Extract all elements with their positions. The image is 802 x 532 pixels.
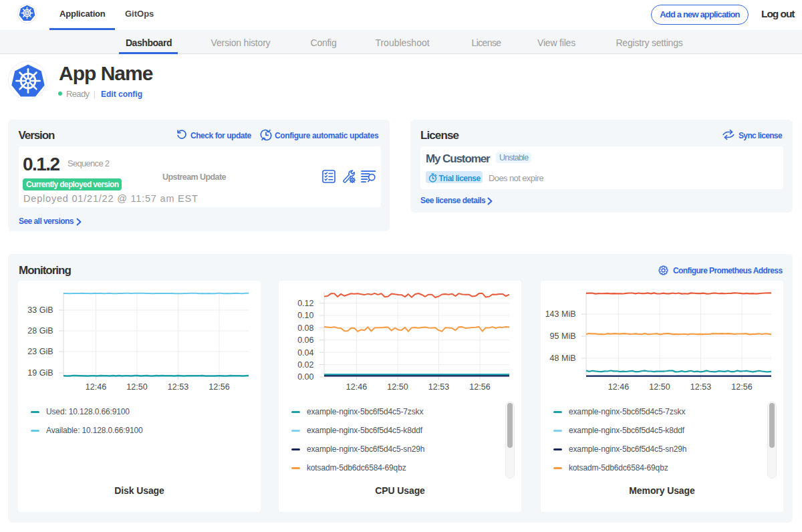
svg-text:12:56: 12:56 (469, 382, 490, 392)
svg-text:12:53: 12:53 (690, 382, 711, 392)
svg-text:0.00: 0.00 (297, 372, 313, 382)
svg-text:95 MiB: 95 MiB (550, 331, 576, 341)
svg-text:12:46: 12:46 (346, 382, 367, 392)
svg-text:12:46: 12:46 (86, 382, 106, 392)
svg-text:12:56: 12:56 (209, 382, 229, 392)
svg-text:12:53: 12:53 (168, 382, 188, 392)
svg-text:12:46: 12:46 (608, 382, 629, 392)
svg-text:0.12: 0.12 (297, 299, 313, 308)
svg-text:0.04: 0.04 (297, 348, 313, 358)
svg-text:12:50: 12:50 (387, 382, 408, 392)
svg-text:143 MiB: 143 MiB (545, 309, 576, 319)
svg-text:23 GiB: 23 GiB (27, 347, 53, 356)
svg-text:28 GiB: 28 GiB (27, 326, 53, 336)
svg-text:0.08: 0.08 (297, 323, 313, 333)
svg-text:0.06: 0.06 (297, 336, 313, 345)
svg-text:0.10: 0.10 (297, 311, 313, 320)
svg-text:0.02: 0.02 (297, 360, 313, 370)
svg-text:48 MiB: 48 MiB (550, 354, 576, 363)
svg-text:19 GiB: 19 GiB (27, 368, 53, 378)
svg-text:12:50: 12:50 (649, 382, 670, 392)
svg-text:33 GiB: 33 GiB (27, 305, 53, 315)
svg-text:12:50: 12:50 (126, 382, 147, 392)
svg-text:12:56: 12:56 (731, 382, 752, 392)
svg-text:12:53: 12:53 (428, 382, 449, 392)
